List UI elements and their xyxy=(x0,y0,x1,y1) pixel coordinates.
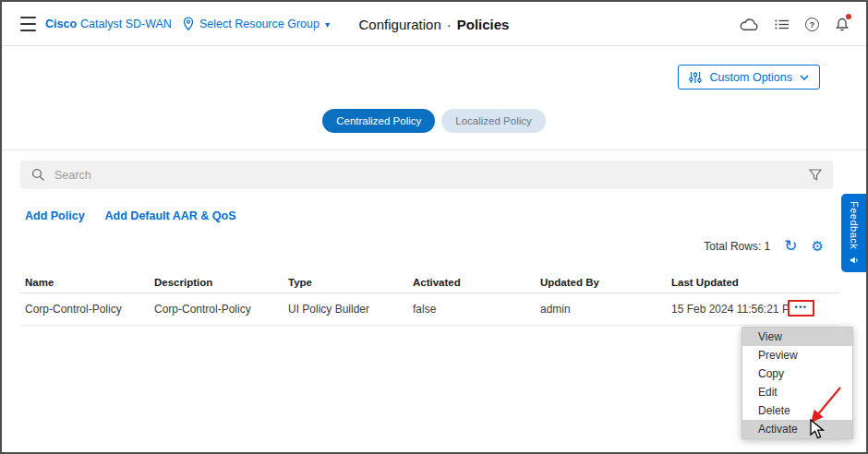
cell-updated-by: admin xyxy=(540,293,571,325)
menu-item-copy[interactable]: Copy xyxy=(742,364,852,383)
cell-activated: false xyxy=(413,293,436,325)
section-divider xyxy=(2,149,866,150)
menu-item-delete[interactable]: Delete xyxy=(742,401,852,420)
notifications-bell-icon[interactable] xyxy=(835,17,850,32)
column-header-last-updated: Last Updated xyxy=(671,272,739,293)
page-title-section: Configuration xyxy=(359,17,441,32)
column-header-activated: Activated xyxy=(413,272,461,293)
help-glyph: ? xyxy=(805,18,819,31)
table-row-divider xyxy=(20,325,838,326)
resource-group-selector[interactable]: Select Resource Group ▾ xyxy=(183,2,330,46)
row-actions-ellipsis-button[interactable]: ••• xyxy=(788,300,814,317)
column-header-description: Description xyxy=(154,272,212,293)
page-title-separator: · xyxy=(447,17,452,32)
feedback-tab[interactable]: Feedback xyxy=(841,194,866,272)
top-bar-icons: ? xyxy=(740,2,850,46)
notification-badge xyxy=(846,14,851,19)
tab-centralized-policy[interactable]: Centralized Policy xyxy=(322,109,435,133)
menu-item-view[interactable]: View xyxy=(742,328,852,346)
search-icon xyxy=(31,168,45,182)
filter-funnel-icon[interactable] xyxy=(809,169,822,181)
table-row: Corp-Control-Policy Corp-Control-Policy … xyxy=(2,293,866,325)
table-header-row: Name Description Type Activated Updated … xyxy=(2,272,866,293)
tab-localized-policy[interactable]: Localized Policy xyxy=(441,109,545,133)
brand-product: Catalyst SD-WAN xyxy=(80,18,172,30)
add-default-aar-qos-link[interactable]: Add Default AAR & QoS xyxy=(105,209,236,222)
sliders-icon xyxy=(689,71,702,84)
table-settings-gear-icon[interactable]: ⚙ xyxy=(812,239,824,253)
column-header-name: Name xyxy=(25,272,54,293)
menu-item-activate[interactable]: Activate xyxy=(742,420,852,438)
cell-last-updated: 15 Feb 2024 11:56:21 PM. xyxy=(671,293,802,325)
hamburger-menu-icon[interactable] xyxy=(20,17,37,31)
total-rows-label: Total Rows: 1 xyxy=(704,240,770,253)
menu-item-preview[interactable]: Preview xyxy=(742,346,852,364)
add-policy-link[interactable]: Add Policy xyxy=(25,209,85,222)
caret-down-icon: ▾ xyxy=(325,19,330,30)
cloud-icon[interactable] xyxy=(740,18,759,31)
cell-type: UI Policy Builder xyxy=(288,293,369,325)
search-bar xyxy=(20,161,833,189)
brand-cisco: Cisco xyxy=(45,18,77,30)
location-pin-icon xyxy=(183,17,194,31)
custom-options-label: Custom Options xyxy=(709,71,792,84)
page-title: Configuration · Policies xyxy=(359,2,510,46)
help-icon[interactable]: ? xyxy=(805,18,819,31)
policy-tabs: Centralized Policy Localized Policy xyxy=(2,109,866,133)
app-window: Cisco Catalyst SD-WAN Select Resource Gr… xyxy=(0,0,868,454)
chevron-down-icon xyxy=(800,75,809,80)
resource-group-label: Select Resource Group xyxy=(199,18,319,30)
cell-name: Corp-Control-Policy xyxy=(25,293,122,325)
cell-description: Corp-Control-Policy xyxy=(154,293,251,325)
custom-options-button[interactable]: Custom Options xyxy=(678,65,820,90)
action-links: Add Policy Add Default AAR & QoS xyxy=(25,209,236,222)
page-title-page: Policies xyxy=(457,17,510,32)
column-header-type: Type xyxy=(288,272,312,293)
search-input[interactable] xyxy=(54,169,800,182)
task-list-icon[interactable] xyxy=(775,18,790,30)
top-bar: Cisco Catalyst SD-WAN Select Resource Gr… xyxy=(2,2,866,46)
table-meta: Total Rows: 1 ↻ ⚙ xyxy=(704,238,824,254)
brand: Cisco Catalyst SD-WAN xyxy=(45,2,172,46)
megaphone-icon xyxy=(850,256,859,265)
refresh-icon[interactable]: ↻ xyxy=(784,238,797,254)
column-header-updated-by: Updated By xyxy=(540,272,599,293)
feedback-label: Feedback xyxy=(849,201,860,249)
menu-item-edit[interactable]: Edit xyxy=(742,383,852,401)
row-actions-context-menu: View Preview Copy Edit Delete Activate xyxy=(741,327,853,439)
